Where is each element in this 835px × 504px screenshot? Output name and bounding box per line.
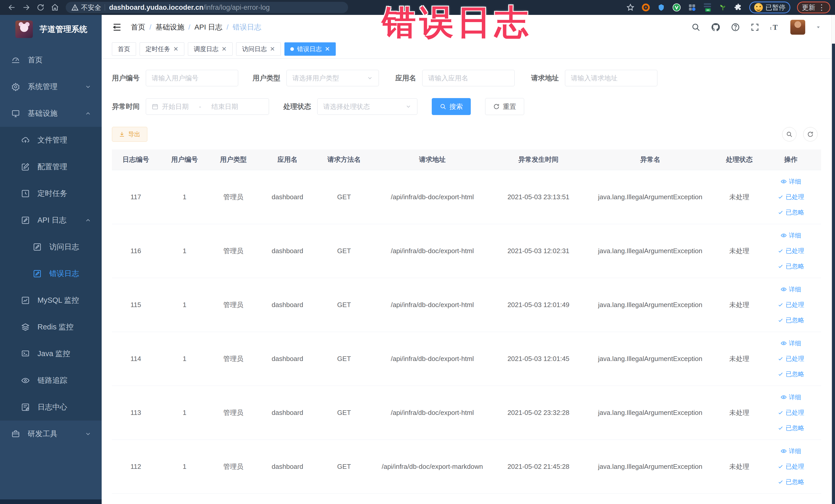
security-label[interactable]: 不安全: [81, 3, 101, 12]
exception-time-range-picker[interactable]: 开始日期 - 结束日期: [146, 98, 269, 115]
tab-access-log[interactable]: 访问日志✕: [236, 42, 281, 56]
sidebar-item-home[interactable]: 首页: [0, 47, 102, 74]
browser-forward-button[interactable]: [19, 1, 33, 14]
sidebar-item-trace[interactable]: 链路追踪: [0, 367, 102, 394]
user-id-input[interactable]: 请输入用户编号: [146, 70, 238, 86]
help-icon[interactable]: [731, 23, 740, 32]
close-tab-icon[interactable]: ✕: [325, 45, 330, 53]
tab-home[interactable]: 首页: [112, 42, 136, 56]
col-header: 操作: [760, 149, 821, 170]
mark-processed-link[interactable]: 已处理: [777, 301, 804, 309]
browser-menu-icon[interactable]: ⋮: [818, 4, 826, 11]
extension-on-badge-icon[interactable]: on: [703, 3, 712, 12]
mark-ignored-link[interactable]: 已忽略: [777, 262, 804, 270]
detail-link[interactable]: 详细: [780, 447, 801, 455]
mark-processed-link[interactable]: 已处理: [777, 193, 804, 201]
browser-back-button[interactable]: [5, 1, 19, 14]
search-button[interactable]: 搜索: [432, 98, 471, 115]
table-row: 115 1 管理员 dashboard GET /api/infra/db-do…: [112, 278, 821, 332]
sidebar-item-api-log[interactable]: API 日志: [0, 207, 102, 234]
clock-square-icon: [21, 189, 30, 198]
user-avatar[interactable]: [790, 20, 805, 35]
extension-grid-icon[interactable]: [688, 3, 696, 12]
toggle-search-button[interactable]: [782, 127, 796, 141]
search-icon[interactable]: [691, 23, 700, 32]
tab-schedule-log[interactable]: 调度日志✕: [188, 42, 232, 56]
sidebar-item-redis-monitor[interactable]: Redis 监控: [0, 314, 102, 340]
sidebar-item-scheduled-jobs[interactable]: 定时任务: [0, 180, 102, 207]
extension-sprout-icon[interactable]: [718, 3, 727, 12]
breadcrumb-api-log[interactable]: API 日志: [195, 22, 223, 32]
close-tab-icon[interactable]: ✕: [222, 45, 227, 53]
profile-paused-chip[interactable]: 已暂停: [749, 2, 790, 13]
mark-ignored-link[interactable]: 已忽略: [777, 316, 804, 324]
eye-icon: [780, 286, 787, 293]
mark-processed-link[interactable]: 已处理: [777, 355, 804, 363]
eye-icon: [780, 233, 787, 239]
export-button[interactable]: 导出: [112, 127, 147, 142]
detail-link[interactable]: 详细: [780, 177, 801, 186]
page-url[interactable]: dashboard.yudao.iocoder.cn/infra/log/api…: [109, 4, 270, 12]
sidebar-item-mysql-monitor[interactable]: MySQL 监控: [0, 287, 102, 314]
cell-exception-time: 2021-05-03 12:02:31: [494, 224, 583, 278]
extension-blue-shield-icon[interactable]: [657, 3, 666, 12]
tab-scheduled-jobs[interactable]: 定时任务✕: [140, 42, 184, 56]
sidebar-item-infrastructure[interactable]: 基础设施: [0, 100, 102, 127]
mark-processed-link[interactable]: 已处理: [777, 247, 804, 255]
app-name-input[interactable]: 请输入应用名: [422, 70, 515, 86]
window-scrollbar[interactable]: [831, 15, 835, 504]
svg-text:on: on: [707, 9, 710, 11]
sidebar-item-access-log[interactable]: 访问日志: [0, 234, 102, 260]
cell-log-id: 113: [112, 386, 160, 440]
browser-reload-button[interactable]: [33, 1, 48, 14]
app-logo-row[interactable]: 芋道管理系统: [0, 15, 102, 44]
browser-update-chip[interactable]: 更新 ⋮: [797, 2, 830, 13]
sidebar-item-log-center[interactable]: 日志中心: [0, 394, 102, 421]
sidebar-item-config-manage[interactable]: 配置管理: [0, 154, 102, 180]
insecure-warning-icon: [72, 4, 79, 11]
close-tab-icon[interactable]: ✕: [173, 45, 178, 53]
extension-green-v-icon[interactable]: [672, 3, 681, 12]
monitor-icon: [11, 109, 20, 118]
close-tab-icon[interactable]: ✕: [270, 45, 275, 53]
mark-processed-link[interactable]: 已处理: [777, 408, 804, 417]
user-type-label: 用户类型: [252, 74, 280, 83]
mark-ignored-link[interactable]: 已忽略: [777, 478, 804, 486]
breadcrumb-home[interactable]: 首页: [131, 22, 145, 32]
sidebar-item-file-manage[interactable]: 文件管理: [0, 127, 102, 154]
sidebar-item-java-monitor[interactable]: Java 监控: [0, 340, 102, 367]
scrollbar-thumb[interactable]: [832, 44, 835, 504]
mark-ignored-link[interactable]: 已忽略: [777, 424, 804, 432]
browser-home-button[interactable]: [48, 1, 62, 14]
font-size-icon[interactable]: tT: [770, 23, 780, 32]
cell-method: GET: [318, 332, 370, 386]
user-menu-caret-icon[interactable]: [815, 24, 821, 30]
reset-button[interactable]: 重置: [485, 98, 524, 115]
refresh-table-button[interactable]: [803, 127, 817, 141]
bookmark-star-icon[interactable]: [626, 3, 635, 12]
sidebar-item-error-log[interactable]: 错误日志: [0, 260, 102, 287]
fullscreen-icon[interactable]: [750, 23, 759, 32]
detail-link[interactable]: 详细: [780, 393, 801, 401]
github-icon[interactable]: [711, 22, 720, 32]
sidebar-item-system[interactable]: 系统管理: [0, 74, 102, 100]
detail-link[interactable]: 详细: [780, 285, 801, 294]
mark-ignored-link[interactable]: 已忽略: [777, 208, 804, 217]
detail-link[interactable]: 详细: [780, 231, 801, 240]
sidebar-item-dev-tools[interactable]: 研发工具: [0, 421, 102, 447]
process-status-select[interactable]: 请选择处理状态: [317, 98, 418, 115]
tab-error-log[interactable]: 错误日志✕: [284, 42, 336, 56]
sidebar-item-label: 文件管理: [38, 135, 67, 145]
extension-orange-icon[interactable]: [641, 3, 650, 12]
collapse-sidebar-icon[interactable]: [112, 22, 122, 32]
app-name-label: 应用名: [395, 74, 416, 83]
request-url-input[interactable]: 请输入请求地址: [565, 70, 657, 86]
address-bar[interactable]: 不安全 dashboard.yudao.iocoder.cn/infra/log…: [66, 2, 348, 13]
breadcrumb-infra[interactable]: 基础设施: [156, 22, 184, 32]
eye-icon: [780, 178, 787, 185]
mark-ignored-link[interactable]: 已忽略: [777, 370, 804, 378]
extensions-puzzle-icon[interactable]: [734, 3, 742, 12]
mark-processed-link[interactable]: 已处理: [777, 462, 804, 471]
user-type-select[interactable]: 请选择用户类型: [286, 70, 379, 86]
detail-link[interactable]: 详细: [780, 339, 801, 347]
